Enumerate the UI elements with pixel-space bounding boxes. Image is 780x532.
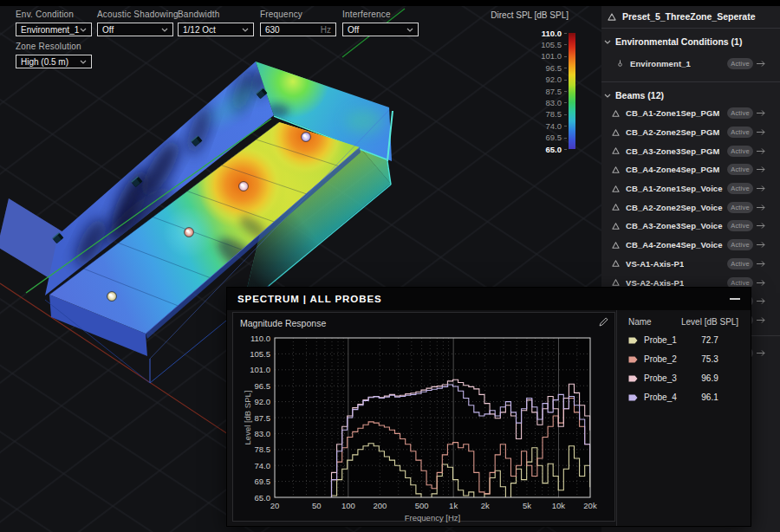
probe-row[interactable]: Probe_4 96.1 [617,388,751,407]
sidebar-item[interactable]: CB_A4-Zone4Sep_PGMActive [601,160,780,179]
sidebar-item[interactable]: VS-A1-Axis-P1Active [601,255,780,274]
active-badge[interactable]: Active [727,183,753,194]
active-badge[interactable]: Active [727,107,753,119]
beam-icon [612,279,620,286]
arrow-right-icon[interactable] [757,316,766,324]
spectrum-panel-titlebar[interactable]: SPECTRUM | ALL PROBES [227,288,751,310]
active-badge[interactable]: Active [727,239,753,250]
edit-icon[interactable] [599,317,608,327]
arrow-right-icon[interactable] [757,279,766,287]
probe-row[interactable]: Probe_3 96.9 [617,369,751,388]
svg-text:83.0: 83.0 [255,429,271,438]
active-badge[interactable]: Active [727,58,753,69]
arrow-right-icon[interactable] [757,165,766,173]
svg-text:74.0: 74.0 [255,461,271,470]
chevron-down-icon [80,28,87,32]
active-badge[interactable]: Active [727,146,753,157]
svg-text:5k: 5k [523,501,531,510]
arrow-right-icon[interactable] [757,222,766,230]
toolbar: Env. Condition Environment_1 Acoustic Sh… [0,10,485,88]
active-badge[interactable]: Active [727,220,753,231]
svg-text:105.5: 105.5 [250,349,270,359]
minimize-icon[interactable] [730,298,740,300]
sidebar-item[interactable]: CB_A1-Zone1Sep_VoiceActive [601,179,780,198]
zone-resolution-label: Zone Resolution [16,42,92,51]
sidebar-item[interactable]: CB_A2-Zone2Sep_VoiceActive [601,198,780,217]
color-scale-tickmark [564,56,567,57]
acoustic-shadowing-field: Acoustic Shadowing Off [97,10,179,36]
arrow-right-icon[interactable] [757,260,766,268]
probe-flag-icon [628,356,638,363]
svg-text:20: 20 [270,501,280,510]
arrow-right-icon[interactable] [757,185,766,192]
probe-name: Probe_1 [644,335,677,345]
sidebar-item[interactable]: CB_A2-Zone2Sep_PGMActive [601,123,780,142]
env-condition-label: Env. Condition [16,10,92,19]
environment-icon [616,60,624,67]
arrow-right-icon[interactable] [757,204,766,211]
color-scale-tick: 92.0 [501,75,562,84]
arrow-right-icon[interactable] [757,109,766,117]
arrow-right-icon[interactable] [757,349,766,357]
active-badge[interactable]: Active [727,127,753,138]
probe-row[interactable]: Probe_1 72.7 [617,331,751,350]
chevron-down-icon [604,94,611,98]
probe-flag-icon [628,375,638,382]
color-scale-tickmark [564,44,567,45]
svg-text:10k: 10k [552,501,566,510]
color-scale-tick: 110.0 [501,29,562,38]
svg-text:Level [dB SPL]: Level [dB SPL] [243,391,252,445]
beam-icon [612,147,620,154]
active-badge[interactable]: Active [727,258,753,269]
sidebar-item[interactable]: CB_A1-Zone1Sep_PGMActive [601,104,780,123]
probe-name: Probe_2 [644,354,677,364]
bandwidth-select[interactable]: 1/12 Oct [178,23,254,36]
probe-level: 75.3 [681,354,738,364]
zone-resolution-select[interactable]: High (0.5 m) [16,55,92,68]
beam-icon [612,204,620,211]
interference-field: Interference Off [342,10,419,36]
color-scale-tick: 78.5 [501,109,562,119]
preset-icon [608,13,616,21]
arrow-right-icon[interactable] [757,147,766,155]
arrow-right-icon[interactable] [757,60,766,68]
section-beams[interactable]: Beams (12) [601,82,780,101]
probe-row[interactable]: Probe_2 75.3 [617,350,751,369]
svg-text:500: 500 [415,501,429,510]
env-condition-select[interactable]: Environment_1 [16,23,92,36]
section-environmental-conditions[interactable]: Environmental Conditions (1) [601,29,780,47]
probe-marker-1 [107,292,117,302]
spectrum-panel: SPECTRUM | ALL PROBES Magnitude Response… [227,288,751,526]
sidebar-item[interactable]: CB_A3-Zone3Sep_VoiceActive [601,217,780,236]
chart-subtitle: Magnitude Response [240,318,326,328]
probe-table: Name Level [dB SPL] Probe_1 72.7 Probe_2… [616,310,751,526]
sidebar-item[interactable]: Environment_1Active [601,54,780,73]
frequency-input[interactable]: 630 Hz [260,23,336,36]
sidebar-item[interactable]: CB_A3-Zone3Sep_PGMActive [601,141,780,160]
frequency-unit: Hz [321,25,331,35]
beam-icon [612,242,620,249]
arrow-right-icon[interactable] [757,297,766,305]
acoustic-shadowing-select[interactable]: Off [97,23,173,36]
probe-flag-icon [628,394,638,401]
probe-table-header-name: Name [628,317,652,327]
active-badge[interactable]: Active [727,277,753,289]
active-badge[interactable]: Active [727,202,753,213]
arrow-right-icon[interactable] [757,128,766,136]
chevron-down-icon [242,28,249,32]
beam-icon [612,223,620,230]
arrow-right-icon[interactable] [757,241,766,249]
chevron-down-icon [604,40,611,44]
preset-name: Preset_5_ThreeZone_Seperate [622,11,756,22]
sidebar-item[interactable]: CB_A4-Zone4Sep_VoiceActive [601,236,780,255]
color-scale-tickmark [564,80,567,81]
active-badge[interactable]: Active [727,164,753,175]
interference-select[interactable]: Off [342,23,419,36]
frequency-label: Frequency [260,10,336,19]
svg-text:92.0: 92.0 [255,397,271,406]
color-scale-tickmark [564,126,567,127]
color-scale-tickmark [564,149,567,150]
bandwidth-field: Bandwidth 1/12 Oct [178,10,254,36]
svg-text:Frequency [Hz]: Frequency [Hz] [405,513,460,522]
probe-name: Probe_4 [644,393,677,402]
